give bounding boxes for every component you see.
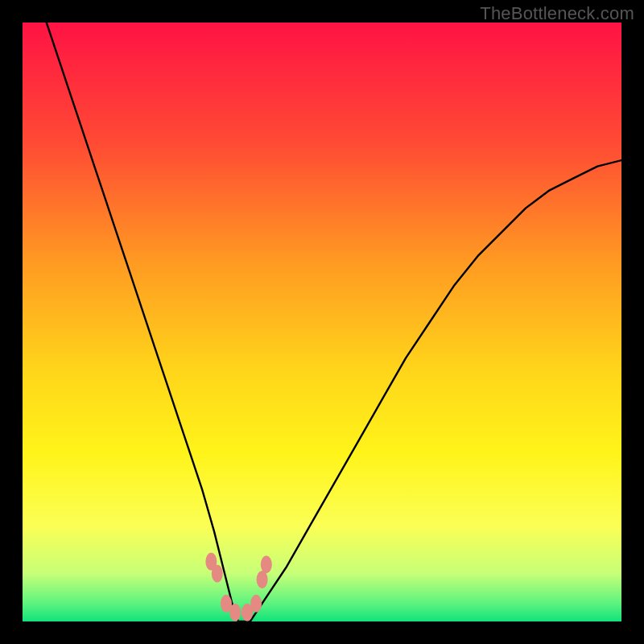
marker-dot: [212, 564, 223, 582]
gradient-background: [23, 23, 621, 621]
watermark-text: TheBottleneck.com: [480, 3, 634, 24]
chart-svg: [23, 23, 621, 621]
marker-dot: [250, 595, 262, 613]
marker-dot: [261, 555, 272, 573]
chart-plot-area: [23, 23, 621, 621]
marker-dot: [229, 604, 241, 621]
chart-frame: TheBottleneck.com: [0, 0, 644, 644]
